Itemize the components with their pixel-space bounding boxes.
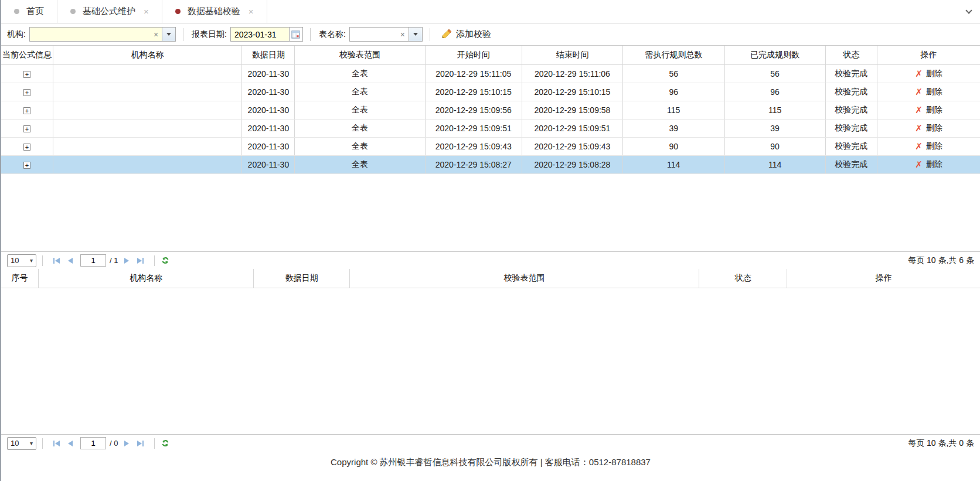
prev-page-button[interactable] (68, 258, 73, 264)
delete-label: 删除 (926, 141, 942, 152)
org-input[interactable] (30, 28, 150, 41)
table-row[interactable]: +2020-11-30全表2020-12-29 15:11:052020-12-… (1, 64, 980, 83)
table-cell: 校验完成 (825, 64, 877, 83)
pagination-bottom: 10 ▾ / 0 每页 10 条,共 0 条 (1, 434, 980, 452)
table-cell: 2020-11-30 (242, 83, 295, 101)
clear-icon[interactable]: × (150, 28, 162, 41)
actions-cell: ✗删除 (877, 119, 980, 137)
page-number-input[interactable] (80, 254, 106, 267)
column-header[interactable]: 操作 (787, 269, 980, 288)
table-row[interactable]: +2020-11-30全表2020-12-29 15:09:432020-12-… (1, 137, 980, 155)
add-validation-button[interactable]: 添加校验 (437, 28, 496, 41)
page-number-input[interactable] (80, 437, 106, 449)
expand-row-icon[interactable]: + (23, 125, 30, 132)
column-header[interactable]: 状态 (699, 269, 787, 288)
refresh-icon[interactable] (161, 439, 170, 448)
column-header[interactable]: 校验表范围 (350, 269, 699, 288)
table-row[interactable]: +2020-11-30全表2020-12-29 15:08:272020-12-… (1, 155, 980, 173)
tab-status-dot (14, 9, 19, 14)
validation-results-table: 当前公式信息机构名称数据日期校验表范围开始时间结束时间需执行规则总数已完成规则数… (1, 45, 980, 251)
tab-label: 数据基础校验 (188, 6, 240, 17)
add-validation-label: 添加校验 (456, 29, 491, 40)
expand-cell: + (1, 83, 53, 101)
column-header[interactable]: 数据日期 (242, 46, 295, 64)
table-header-row: 序号机构名称数据日期校验表范围状态操作 (1, 269, 980, 288)
tab-label: 首页 (26, 6, 44, 17)
delete-button[interactable]: ✗删除 (915, 159, 942, 170)
last-page-button[interactable] (137, 441, 144, 446)
tab-status-dot (175, 9, 181, 14)
tab-home[interactable]: 首页 (1, 0, 57, 23)
delete-x-icon: ✗ (915, 142, 923, 151)
column-header[interactable]: 结束时间 (522, 46, 622, 64)
table-cell: 39 (724, 119, 825, 137)
prev-page-button[interactable] (68, 441, 73, 446)
close-icon[interactable]: × (249, 7, 254, 16)
delete-button[interactable]: ✗删除 (915, 123, 942, 134)
expand-row-icon[interactable]: + (23, 107, 30, 114)
table-name-combo: × (349, 27, 423, 42)
next-page-button[interactable] (124, 441, 129, 446)
expand-row-icon[interactable]: + (23, 89, 30, 96)
page-total-label: / 0 (110, 439, 118, 448)
chevron-down-icon[interactable] (967, 8, 973, 14)
tab-bar: 首页 基础公式维护 × 数据基础校验 × (1, 0, 980, 23)
expand-cell: + (1, 64, 53, 83)
column-header[interactable]: 机构名称 (38, 269, 253, 288)
app-root: 首页 基础公式维护 × 数据基础校验 × 机构: × 报表日期: (0, 0, 980, 481)
column-header[interactable]: 机构名称 (53, 46, 242, 64)
expand-row-icon[interactable]: + (23, 162, 30, 169)
calendar-icon[interactable] (289, 27, 303, 42)
delete-button[interactable]: ✗删除 (915, 105, 942, 115)
table-cell: 2020-12-29 15:11:05 (425, 64, 522, 83)
table-cell: 56 (724, 64, 825, 83)
page-footer: Copyright © 苏州银丰睿哲信息科技有限公司版权所有 | 客服电话：05… (1, 452, 980, 481)
last-page-button[interactable] (137, 258, 144, 264)
chevron-down-icon[interactable] (162, 28, 175, 41)
expand-row-icon[interactable]: + (23, 71, 30, 78)
chevron-down-icon[interactable] (409, 28, 422, 41)
tab-data-validation[interactable]: 数据基础校验 × (162, 0, 267, 23)
actions-cell: ✗删除 (877, 64, 980, 83)
org-combo: × (29, 27, 176, 42)
table-cell: 2020-12-29 15:09:56 (425, 101, 522, 119)
column-header[interactable]: 数据日期 (254, 269, 350, 288)
report-date-input[interactable] (230, 27, 289, 42)
table-cell: 2020-11-30 (242, 155, 295, 173)
column-header[interactable]: 序号 (1, 269, 38, 288)
table-name-label: 表名称: (319, 29, 346, 40)
toolbar-divider (183, 28, 183, 41)
page-size-select[interactable]: 10 ▾ (7, 254, 36, 267)
column-header[interactable]: 需执行规则总数 (622, 46, 724, 64)
table-row[interactable]: +2020-11-30全表2020-12-29 15:10:152020-12-… (1, 83, 980, 101)
tab-formula-maintenance[interactable]: 基础公式维护 × (57, 0, 162, 23)
expand-row-icon[interactable]: + (23, 144, 30, 151)
column-header[interactable]: 开始时间 (425, 46, 522, 64)
column-header[interactable]: 当前公式信息 (1, 46, 53, 64)
column-header[interactable]: 校验表范围 (295, 46, 425, 64)
table-row[interactable]: +2020-11-30全表2020-12-29 15:09:562020-12-… (1, 101, 980, 119)
table-cell: 全表 (295, 137, 425, 155)
column-header[interactable]: 状态 (825, 46, 877, 64)
table-name-input[interactable] (350, 28, 397, 41)
first-page-button[interactable] (53, 258, 60, 264)
delete-button[interactable]: ✗删除 (915, 141, 942, 152)
table-cell: 115 (622, 101, 724, 119)
toolbar-divider (430, 28, 430, 41)
refresh-icon[interactable] (161, 256, 170, 265)
table-row[interactable]: +2020-11-30全表2020-12-29 15:09:512020-12-… (1, 119, 980, 137)
column-header[interactable]: 操作 (877, 46, 980, 64)
org-label: 机构: (7, 29, 26, 40)
clear-icon[interactable]: × (397, 28, 409, 41)
page-size-select[interactable]: 10 ▾ (7, 437, 36, 450)
table-cell: 2020-12-29 15:10:15 (522, 83, 622, 101)
close-icon[interactable]: × (144, 7, 149, 16)
pager-divider (42, 438, 43, 449)
pager-divider (154, 255, 155, 266)
delete-button[interactable]: ✗删除 (915, 87, 942, 97)
delete-x-icon: ✗ (915, 124, 923, 132)
column-header[interactable]: 已完成规则数 (724, 46, 825, 64)
next-page-button[interactable] (124, 258, 129, 264)
delete-button[interactable]: ✗删除 (915, 69, 942, 79)
first-page-button[interactable] (53, 441, 60, 446)
